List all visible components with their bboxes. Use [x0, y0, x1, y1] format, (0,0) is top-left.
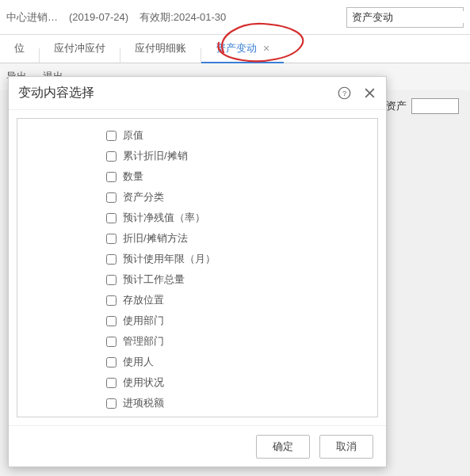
asset-input[interactable] — [411, 98, 459, 114]
checkbox[interactable] — [106, 172, 117, 182]
list-item[interactable]: 使用状况 — [106, 372, 377, 393]
modal-change-content: 变动内容选择 ? 原值累计折旧/摊销数量资产分类预计净残值（率）折旧/摊销方法预… — [8, 76, 387, 467]
tab-asset-change[interactable]: 资产变动 × — [201, 34, 284, 63]
list-item[interactable]: 使用人 — [106, 352, 377, 372]
list-item[interactable]: 预计净残值（率） — [106, 208, 377, 228]
tab-label: 资产变动 — [216, 41, 257, 55]
checkbox[interactable] — [106, 316, 117, 326]
list-item[interactable]: 数量 — [106, 166, 377, 187]
checkbox[interactable] — [106, 213, 117, 223]
search-box[interactable] — [346, 7, 464, 28]
list-item[interactable]: 管理部门 — [106, 331, 377, 352]
header-left: 中心进销… (2019-07-24) 有效期:2024-01-30 — [6, 10, 226, 25]
list-item[interactable]: 预计工作总量 — [106, 269, 377, 290]
header-bar: 中心进销… (2019-07-24) 有效期:2024-01-30 — [0, 0, 470, 35]
modal-footer: 确定 取消 — [9, 425, 386, 466]
item-label: 资产分类 — [123, 190, 164, 204]
ok-button[interactable]: 确定 — [256, 435, 310, 459]
search-input[interactable] — [347, 11, 470, 23]
item-label: 使用状况 — [123, 375, 164, 390]
help-icon[interactable]: ? — [337, 86, 351, 101]
tab-2[interactable]: 应付明细账 — [120, 34, 201, 63]
item-label: 累计折旧/摊销 — [123, 149, 188, 163]
item-label: 存放位置 — [123, 293, 164, 307]
tab-label: 位 — [14, 41, 25, 55]
list-item[interactable]: 原值 — [106, 125, 377, 146]
item-label: 折旧/摊销方法 — [123, 231, 188, 246]
tab-label: 应付明细账 — [135, 41, 186, 55]
checkbox[interactable] — [106, 398, 117, 409]
checkbox[interactable] — [106, 378, 117, 388]
item-label: 预计工作总量 — [123, 272, 185, 287]
checkbox[interactable] — [106, 254, 117, 265]
checkbox[interactable] — [106, 131, 117, 141]
checkbox[interactable] — [106, 192, 117, 203]
list-item[interactable]: 存放位置 — [106, 290, 377, 310]
tab-close-icon[interactable]: × — [263, 42, 269, 55]
list-item[interactable]: 资产分类 — [106, 187, 377, 208]
app-title: 中心进销… — [6, 10, 58, 25]
checkbox-list[interactable]: 原值累计折旧/摊销数量资产分类预计净残值（率）折旧/摊销方法预计使用年限（月）预… — [17, 118, 378, 417]
close-icon[interactable] — [362, 86, 376, 101]
checkbox[interactable] — [106, 295, 117, 306]
tab-0[interactable]: 位 — [0, 34, 39, 63]
item-label: 使用部门 — [123, 314, 164, 328]
item-label: 管理部门 — [123, 334, 164, 348]
checkbox[interactable] — [106, 234, 117, 244]
modal-header: 变动内容选择 ? — [9, 77, 386, 110]
modal-body: 原值累计折旧/摊销数量资产分类预计净残值（率）折旧/摊销方法预计使用年限（月）预… — [9, 110, 386, 425]
checkbox[interactable] — [106, 151, 117, 162]
cancel-button[interactable]: 取消 — [319, 435, 373, 459]
tab-1[interactable]: 应付冲应付 — [40, 34, 120, 63]
modal-title: 变动内容选择 — [18, 85, 94, 101]
tab-label: 应付冲应付 — [54, 41, 105, 55]
modal-header-icons: ? — [337, 86, 376, 101]
item-label: 原值 — [123, 128, 143, 143]
item-label: 数量 — [123, 169, 143, 184]
item-label: 使用人 — [123, 355, 154, 369]
item-label: 预计使用年限（月） — [123, 252, 216, 266]
tab-bar: 位 应付冲应付 应付明细账 资产变动 × — [0, 35, 470, 63]
asset-label: 资产 — [386, 99, 407, 113]
list-item[interactable]: 使用部门 — [106, 310, 377, 331]
header-date: (2019-07-24) — [69, 11, 128, 23]
item-label: 预计净残值（率） — [123, 211, 205, 225]
checkbox[interactable] — [106, 275, 117, 285]
list-item[interactable]: 折旧/摊销方法 — [106, 228, 377, 249]
list-item[interactable]: 累计折旧/摊销 — [106, 146, 377, 166]
svg-text:?: ? — [342, 89, 346, 97]
checkbox[interactable] — [106, 337, 117, 347]
checkbox[interactable] — [106, 357, 117, 367]
item-label: 进项税额 — [123, 396, 164, 410]
header-valid: 有效期:2024-01-30 — [139, 10, 226, 25]
list-item[interactable]: 预计使用年限（月） — [106, 249, 377, 269]
list-item[interactable]: 进项税额 — [106, 393, 377, 413]
